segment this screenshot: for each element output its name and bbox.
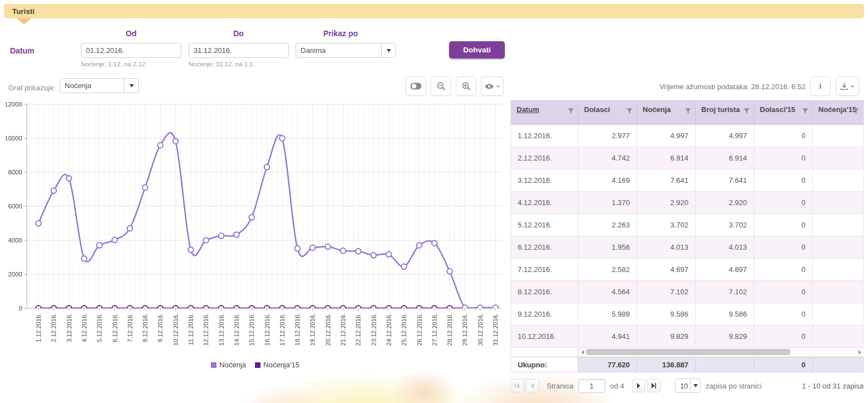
y-axis-tick-label: 8000 [8, 169, 22, 176]
column-header-broj-turista[interactable]: Broj turista [696, 101, 754, 124]
cell-value: 4.997 [696, 125, 754, 147]
data-point-marker [36, 221, 41, 226]
y-axis-tick-label: 12000 [6, 101, 22, 108]
stranica-label: Stranica [547, 382, 573, 390]
graf-prikazuje-select[interactable]: Noćenja [60, 78, 139, 93]
grid-scroll-spacer [511, 348, 578, 357]
data-point-marker [325, 244, 331, 250]
table-row: 4.12.2016.1.3702.9202.9200 [511, 192, 864, 214]
x-axis-tick-label: 3.12.2016. [66, 313, 73, 342]
cell-value: 2.582 [578, 259, 637, 281]
horizontal-scrollbar[interactable] [578, 348, 864, 357]
table-row: 5.12.2016.2.2633.7023.7020 [511, 214, 864, 236]
tab-turisti-label: Turisti [12, 7, 35, 16]
x-axis-tick-label: 26.12.2016. [416, 313, 423, 346]
data-point-marker [97, 242, 102, 248]
info-button[interactable]: i [810, 76, 831, 96]
column-header-datum[interactable]: Datum [511, 101, 578, 124]
cell-value: 4.169 [578, 169, 637, 192]
cell-datum: 2.12.2016. [511, 147, 578, 169]
cell-datum: 3.12.2016. [511, 169, 578, 192]
column-header-label: Broj turista [701, 105, 740, 114]
legend-item-no-enja-15[interactable]: Noćenja'15 [255, 361, 300, 369]
column-header-no-enja[interactable]: Noćenja [637, 101, 696, 124]
x-axis-tick-label: 9.12.2016. [157, 313, 163, 342]
cell-value: 2.920 [696, 192, 754, 214]
filter-icon[interactable] [626, 108, 633, 114]
totals-value: 136.887 [637, 357, 696, 372]
date-from-input[interactable] [81, 43, 181, 57]
cell-datum: 8.12.2016. [511, 281, 578, 303]
filter-icon[interactable] [568, 108, 574, 114]
scrollbar-thumb[interactable] [586, 349, 790, 355]
data-point-marker [142, 185, 148, 191]
cell-value [813, 192, 864, 214]
chart-toggle-button[interactable] [406, 76, 426, 96]
next-page-button[interactable] [632, 379, 645, 392]
page-number-input[interactable] [578, 379, 605, 393]
grid-header-row: DatumDolasciNoćenjaBroj turistaDolasci'1… [511, 100, 864, 125]
legend-item-no-enja[interactable]: Noćenja [211, 361, 246, 369]
decor-blob-yellow [245, 372, 485, 403]
data-point-marker [279, 135, 285, 141]
x-axis-tick-label: 20.12.2016. [325, 313, 331, 346]
cell-value: 4.697 [637, 259, 696, 281]
totals-value [813, 357, 864, 372]
filter-icon[interactable] [744, 108, 750, 114]
filter-icon[interactable] [853, 108, 859, 114]
dropdown-arrow-icon [693, 384, 698, 387]
last-page-button[interactable] [647, 379, 660, 392]
cell-value [813, 125, 864, 147]
first-page-button[interactable] [510, 379, 524, 392]
date-to-input[interactable] [189, 43, 289, 57]
grid-totals-row: Ukupno:77.620136.8870 [511, 357, 864, 372]
tab-turisti[interactable]: Turisti [4, 4, 864, 18]
chart-zoom-out-button[interactable] [431, 76, 451, 96]
table-row: 1.12.2016.2.9774.9974.9970 [511, 125, 864, 147]
column-header-no-enja-15[interactable]: Noćenja'15 [813, 101, 864, 124]
filter-icon[interactable] [802, 108, 808, 114]
x-axis-tick-label: 23.12.2016. [370, 313, 377, 346]
x-axis-tick-label: 24.12.2016. [385, 313, 392, 346]
scroll-right-button[interactable] [856, 350, 864, 355]
scroll-left-button[interactable] [578, 350, 586, 355]
export-button[interactable] [836, 76, 859, 96]
dohvati-button[interactable]: Dohvati [449, 41, 505, 59]
date-from-hint: Noćenje: 1.12. na 2.12. [81, 61, 147, 67]
legend-swatch-icon [255, 362, 261, 368]
cell-value: 2.263 [578, 214, 637, 236]
cell-value: 1.956 [578, 236, 637, 259]
dropdown-arrow-icon [129, 84, 134, 88]
cell-value [813, 147, 864, 169]
previous-page-icon [530, 383, 534, 389]
filter-icon[interactable] [685, 108, 691, 114]
chart-zoom-in-button[interactable] [456, 76, 476, 96]
x-axis-tick-label: 29.12.2016. [461, 313, 468, 346]
x-axis-tick-label: 17.12.2016. [279, 313, 286, 346]
prikaz-po-label: Prikaz po [317, 29, 364, 38]
table-row: 2.12.2016.4.7426.9146.9140 [511, 147, 864, 169]
column-header-dolasci[interactable]: Dolasci [578, 101, 637, 124]
data-point-marker [158, 143, 163, 148]
do-label: Do [223, 29, 254, 38]
date-to-hint: Noćenje: 31.12. na 1.1. [189, 61, 255, 67]
chart-visibility-button[interactable] [481, 76, 504, 96]
x-axis-tick-label: 27.12.2016. [431, 313, 438, 346]
cell-value [813, 326, 864, 348]
x-axis-tick-label: 5.12.2016. [96, 313, 103, 342]
info-icon: i [819, 81, 821, 91]
page-size-select[interactable]: 10 [675, 378, 701, 393]
cell-value: 4.013 [696, 236, 754, 259]
cell-value: 9.586 [696, 303, 754, 326]
cell-value: 7.102 [696, 281, 754, 303]
download-icon [840, 82, 848, 90]
data-point-marker [432, 240, 437, 246]
prikaz-po-select[interactable]: Danima [296, 43, 396, 58]
column-header-dolasci-15[interactable]: Dolasci'15 [754, 101, 813, 124]
data-point-marker [112, 237, 118, 243]
y-axis-tick-label: 4000 [8, 237, 22, 244]
previous-page-button[interactable] [525, 379, 539, 392]
data-point-marker [295, 246, 300, 251]
eye-icon [484, 83, 494, 90]
y-axis-tick-label: 10000 [6, 135, 22, 142]
